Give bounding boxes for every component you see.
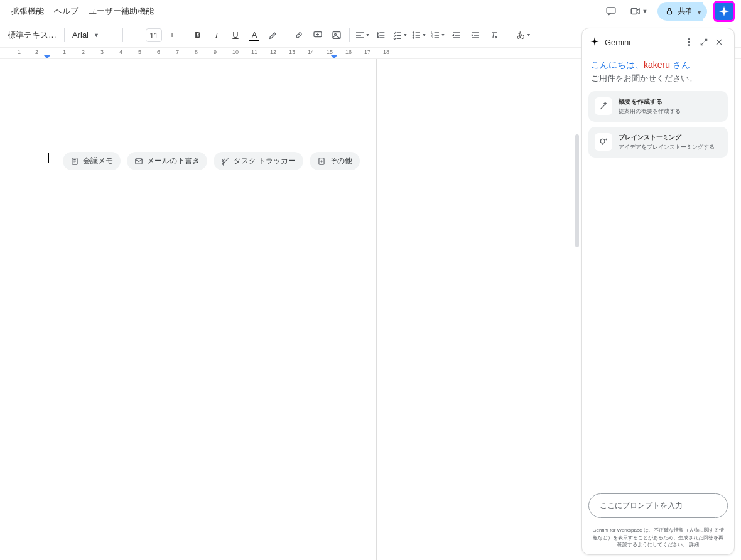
- card-sub: 提案用の概要を作成する: [619, 107, 681, 116]
- ruler-tick: 6: [157, 49, 160, 55]
- ruler-tick: 5: [138, 49, 141, 55]
- ruler-tick: 11: [251, 49, 257, 55]
- greeting-sub: ご用件をお聞かせください。: [591, 73, 697, 83]
- greeting-prefix: こんにちは、: [591, 60, 644, 70]
- paragraph-style-select[interactable]: 標準テキス… ▼: [4, 27, 60, 43]
- share-dropdown[interactable]: ▼: [691, 3, 707, 20]
- svg-rect-2: [668, 11, 672, 14]
- doc-icon: [70, 157, 79, 166]
- clear-formatting-button[interactable]: [485, 26, 503, 44]
- lightbulb-icon: [595, 133, 612, 151]
- gemini-close-button[interactable]: [711, 35, 727, 50]
- video-call-button[interactable]: ▼: [626, 3, 651, 20]
- line-spacing-icon: [376, 30, 386, 40]
- font-size-input[interactable]: 11: [146, 28, 162, 42]
- bold-button[interactable]: B: [189, 26, 207, 44]
- svg-point-7: [413, 35, 414, 36]
- underline-button[interactable]: U: [227, 26, 244, 44]
- insert-link-button[interactable]: [290, 26, 308, 44]
- close-icon: [715, 38, 723, 46]
- scrollbar[interactable]: [575, 134, 579, 247]
- sparkle-icon: [718, 5, 730, 18]
- check-icon: [221, 157, 230, 166]
- document-page[interactable]: 会議メモ メールの下書き タスク トラッカー その他: [0, 59, 377, 560]
- font-family-select[interactable]: Arial ▼: [68, 28, 119, 42]
- prompt-placeholder: ここにプロンプトを入力: [598, 501, 683, 510]
- checklist-button[interactable]: ▼: [391, 26, 409, 44]
- ruler-tick: 14: [308, 49, 314, 55]
- caret-down-icon: ▼: [94, 32, 99, 38]
- sparkle-icon: [590, 36, 600, 48]
- increase-indent-button[interactable]: [467, 26, 484, 44]
- caret-down-icon: ▼: [696, 9, 702, 16]
- disclaimer-link[interactable]: 詳細: [689, 542, 699, 547]
- insert-image-button[interactable]: [328, 26, 345, 44]
- ime-button[interactable]: あ▼: [511, 26, 536, 44]
- gemini-disclaimer: Gemini for Workspace は、不正確な情報（人物に関する情報など…: [582, 524, 734, 554]
- menu-bar: 拡張機能 ヘルプ ユーザー補助機能 ▼ 共有 ▼: [0, 0, 741, 23]
- ruler-tick: 15: [327, 49, 333, 55]
- chip-more[interactable]: その他: [310, 152, 360, 170]
- mail-icon: [134, 157, 143, 166]
- more-vert-icon: [684, 37, 694, 47]
- svg-point-8: [413, 37, 414, 38]
- highlighter-icon: [268, 30, 278, 40]
- bullet-list-button[interactable]: ▼: [410, 26, 428, 44]
- highlight-button[interactable]: [264, 26, 282, 44]
- gemini-header: Gemini: [582, 28, 734, 56]
- align-button[interactable]: ▼: [354, 26, 371, 44]
- outdent-icon: [452, 30, 462, 40]
- numbered-list-button[interactable]: 123▼: [429, 26, 446, 44]
- svg-rect-1: [631, 9, 637, 14]
- magic-wand-icon: [595, 97, 612, 115]
- expand-icon: [700, 38, 708, 46]
- insert-comment-button[interactable]: [309, 26, 327, 44]
- increase-font-button[interactable]: +: [163, 26, 181, 44]
- gemini-prompt-input[interactable]: ここにプロンプトを入力: [588, 493, 728, 518]
- menu-accessibility[interactable]: ユーザー補助機能: [84, 3, 159, 19]
- svg-point-15: [688, 38, 690, 40]
- font-select-label: Arial: [72, 30, 89, 40]
- comments-icon[interactable]: [602, 3, 620, 20]
- decrease-font-button[interactable]: −: [127, 26, 144, 44]
- bullet-list-icon: [411, 30, 421, 40]
- card-sub: アイデアをブレインストーミングする: [619, 143, 715, 151]
- ruler-tick: 13: [289, 49, 295, 55]
- gemini-more-button[interactable]: [681, 35, 696, 50]
- ruler-tick: 7: [176, 49, 179, 55]
- text-color-button[interactable]: A: [246, 26, 263, 44]
- comment-plus-icon: [313, 30, 323, 40]
- svg-text:3: 3: [431, 36, 433, 39]
- svg-point-6: [413, 32, 414, 33]
- clear-format-icon: [489, 30, 499, 40]
- ruler-tick: 9: [214, 49, 217, 55]
- greeting-name: kakeru: [644, 60, 670, 70]
- numbered-list-icon: 123: [430, 30, 440, 40]
- svg-rect-0: [607, 8, 615, 13]
- ruler-tick: 12: [270, 49, 276, 55]
- decrease-indent-button[interactable]: [448, 26, 465, 44]
- gemini-expand-button[interactable]: [696, 35, 711, 50]
- ruler-tick: 1: [63, 49, 66, 55]
- chip-task-tracker[interactable]: タスク トラッカー: [214, 152, 303, 170]
- svg-point-17: [688, 44, 690, 46]
- gemini-launcher-button[interactable]: [713, 1, 735, 22]
- ruler-tick: 16: [345, 49, 352, 55]
- chip-email-draft[interactable]: メールの下書き: [127, 152, 207, 170]
- italic-button[interactable]: I: [208, 26, 225, 44]
- menu-help[interactable]: ヘルプ: [49, 3, 84, 19]
- checklist-icon: [392, 30, 403, 40]
- chip-meeting-notes[interactable]: 会議メモ: [63, 152, 121, 170]
- card-title: 概要を作成する: [619, 97, 681, 106]
- gemini-title: Gemini: [605, 38, 681, 47]
- greeting-suffix: さん: [670, 60, 690, 70]
- line-spacing-button[interactable]: [372, 26, 390, 44]
- link-icon: [294, 30, 304, 40]
- ruler-tick: 2: [35, 49, 38, 55]
- gemini-card-summary[interactable]: 概要を作成する 提案用の概要を作成する: [588, 91, 728, 122]
- menu-extensions[interactable]: 拡張機能: [6, 3, 49, 19]
- card-title: ブレインストーミング: [619, 133, 715, 142]
- chip-label: タスク トラッカー: [234, 156, 296, 166]
- gemini-card-brainstorm[interactable]: ブレインストーミング アイデアをブレインストーミングする: [588, 127, 728, 158]
- ruler-tick: 2: [82, 49, 85, 55]
